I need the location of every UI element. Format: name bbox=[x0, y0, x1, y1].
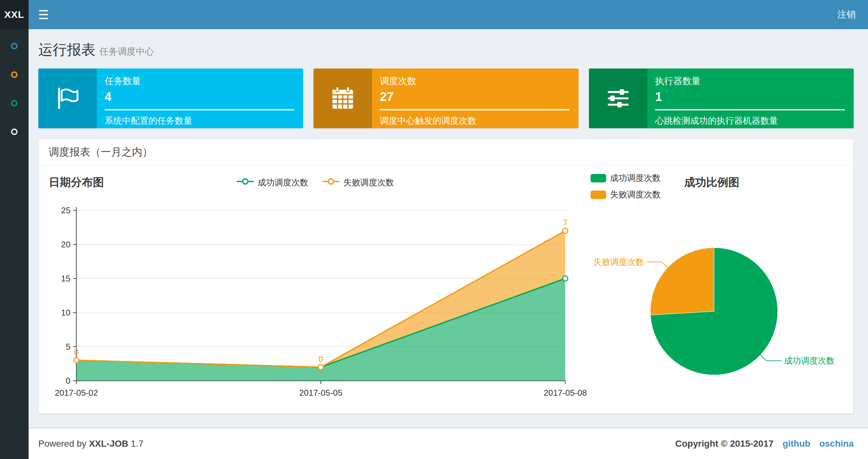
svg-text:失败调度次数: 失败调度次数 bbox=[593, 257, 644, 267]
hamburger-icon bbox=[39, 10, 48, 11]
svg-text:5: 5 bbox=[66, 342, 70, 352]
legend-swatch bbox=[591, 174, 606, 183]
legend-swatch bbox=[591, 191, 606, 199]
sidebar-item-executor-manage[interactable] bbox=[0, 118, 29, 146]
sidebar-item-job-manage[interactable] bbox=[0, 60, 29, 89]
svg-text:20: 20 bbox=[61, 239, 70, 249]
svg-text:成功调度次数: 成功调度次数 bbox=[784, 356, 835, 365]
info-box-jobs: 任务数量 4 系统中配置的任务数量 bbox=[38, 68, 303, 128]
info-box-executors: 执行器数量 1 心跳检测成功的执行器机器数量 bbox=[589, 68, 854, 128]
line-legend-icon bbox=[236, 177, 254, 188]
svg-text:2017-05-05: 2017-05-05 bbox=[299, 388, 342, 398]
page-subtitle: 任务调度中心 bbox=[99, 46, 154, 57]
svg-text:25: 25 bbox=[61, 205, 70, 215]
svg-text:7: 7 bbox=[563, 218, 567, 228]
circle-icon bbox=[11, 43, 18, 50]
page-footer: Powered by XXL-JOB 1.7 Copyright © 2015-… bbox=[29, 428, 868, 459]
app-logo[interactable]: XXL bbox=[0, 0, 29, 29]
sliders-icon bbox=[589, 68, 647, 128]
line-chart-title: 日期分布图 bbox=[49, 175, 104, 190]
info-box-value: 4 bbox=[104, 90, 294, 104]
sidebar-item-dashboard[interactable] bbox=[0, 32, 29, 60]
success-ratio-chart: 成功调度次数失败调度次数 bbox=[591, 199, 820, 403]
legend-item-fail[interactable]: 失败调度次数 bbox=[322, 177, 394, 188]
info-box-value: 1 bbox=[655, 90, 845, 104]
pie-legend-item-fail[interactable]: 失败调度次数 bbox=[591, 189, 661, 200]
legend-item-success[interactable]: 成功调度次数 bbox=[236, 177, 308, 188]
svg-text:2017-05-02: 2017-05-02 bbox=[55, 388, 98, 398]
powered-by-text: Powered by XXL-JOB 1.7 bbox=[38, 438, 144, 449]
copyright-text: Copyright © 2015-2017 bbox=[675, 438, 773, 449]
svg-text:0: 0 bbox=[66, 376, 70, 386]
info-box-description: 系统中配置的任务数量 bbox=[104, 115, 294, 127]
info-box-label: 任务数量 bbox=[104, 75, 294, 87]
svg-text:15: 15 bbox=[61, 274, 70, 284]
circle-icon bbox=[11, 129, 18, 135]
line-chart-legend: 成功调度次数 失败调度次数 bbox=[236, 177, 394, 188]
info-box-label: 执行器数量 bbox=[655, 75, 845, 87]
top-navbar: XXL 注销 bbox=[0, 0, 868, 29]
info-box-description: 调度中心触发的调度次数 bbox=[380, 115, 569, 127]
sidebar-toggle-button[interactable] bbox=[29, 0, 59, 29]
pie-legend-item-success[interactable]: 成功调度次数 bbox=[591, 172, 661, 184]
info-box-triggers: 调度次数 27 调度中心触发的调度次数 bbox=[313, 68, 578, 128]
circle-icon bbox=[11, 71, 18, 78]
svg-text:0: 0 bbox=[74, 347, 79, 357]
calendar-icon bbox=[313, 68, 372, 128]
info-box-description: 心跳检测成功的执行器机器数量 bbox=[655, 115, 845, 127]
pie-chart-title: 成功比例图 bbox=[684, 175, 739, 190]
panel-title: 调度报表（一月之内） bbox=[39, 139, 853, 166]
progress-bar bbox=[104, 109, 294, 110]
svg-text:2017-05-08: 2017-05-08 bbox=[544, 388, 587, 398]
logout-link[interactable]: 注销 bbox=[825, 0, 868, 29]
flag-icon bbox=[38, 68, 97, 128]
info-box-value: 27 bbox=[380, 90, 569, 104]
github-link[interactable]: github bbox=[782, 438, 810, 449]
svg-text:10: 10 bbox=[61, 308, 70, 318]
progress-bar bbox=[380, 109, 569, 110]
oschina-link[interactable]: oschina bbox=[819, 438, 854, 449]
date-distribution-chart: 05101520252017-05-022017-05-052017-05-08… bbox=[49, 199, 582, 403]
info-box-label: 调度次数 bbox=[380, 75, 569, 87]
sidebar-item-job-log[interactable] bbox=[0, 89, 29, 118]
report-panel: 调度报表（一月之内） 日期分布图 成功调度次数 bbox=[38, 139, 854, 414]
app-logo-text: XXL bbox=[4, 9, 24, 20]
circle-icon bbox=[11, 100, 18, 106]
pie-chart-legend: 成功调度次数 失败调度次数 bbox=[591, 172, 661, 205]
content-area: 运行报表任务调度中心 任务数量 4 系统中配置的任务数量 bbox=[29, 29, 868, 428]
page-title: 运行报表任务调度中心 bbox=[38, 40, 854, 59]
summary-info-boxes: 任务数量 4 系统中配置的任务数量 bbox=[29, 59, 868, 128]
sidebar-nav bbox=[0, 29, 29, 459]
line-legend-icon bbox=[322, 177, 340, 188]
svg-text:0: 0 bbox=[318, 354, 323, 364]
progress-bar bbox=[655, 109, 845, 110]
